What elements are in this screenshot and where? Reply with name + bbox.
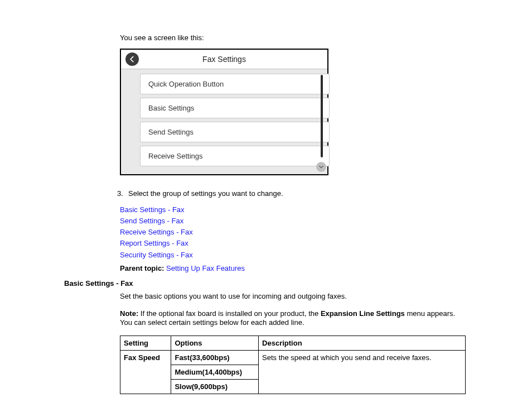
step-text: Select the group of settings you want to… bbox=[128, 189, 283, 198]
menu-item: Receive Settings bbox=[140, 146, 330, 166]
device-header: Fax Settings bbox=[121, 50, 327, 69]
th-options: Options bbox=[171, 336, 259, 351]
td-setting: Fax Speed bbox=[120, 351, 171, 394]
menu-item: Basic Settings bbox=[140, 98, 330, 118]
link-report-settings[interactable]: Report Settings - Fax bbox=[120, 238, 468, 249]
th-setting: Setting bbox=[120, 336, 171, 351]
td-description: Sets the speed at which you send and rec… bbox=[259, 351, 466, 394]
link-receive-settings[interactable]: Receive Settings - Fax bbox=[120, 227, 468, 238]
link-basic-settings[interactable]: Basic Settings - Fax bbox=[120, 204, 468, 215]
section-body: Set the basic options you want to use fo… bbox=[120, 292, 468, 301]
parent-topic: Parent topic: Setting Up Fax Features bbox=[120, 264, 468, 272]
note-label: Note: bbox=[120, 309, 138, 318]
topic-links: Basic Settings - Fax Send Settings - Fax… bbox=[120, 204, 468, 261]
device-screenshot: Fax Settings Quick Operation Button Basi… bbox=[120, 49, 328, 175]
option-fast: Fast(33,600bps) bbox=[175, 353, 229, 362]
note: Note: If the optional fax board is insta… bbox=[120, 309, 468, 328]
table-header-row: Setting Options Description bbox=[120, 336, 466, 351]
parent-topic-link[interactable]: Setting Up Fax Features bbox=[166, 264, 245, 272]
device-menu: Quick Operation Button Basic Settings Se… bbox=[121, 69, 327, 174]
parent-topic-label: Parent topic: bbox=[120, 264, 164, 272]
option-medium: Medium(14,400bps) bbox=[175, 368, 242, 376]
table-row: Fax Speed Fast(33,600bps) Sets the speed… bbox=[120, 351, 466, 365]
option-slow: Slow(9,600bps) bbox=[175, 382, 228, 391]
step-number: 3. bbox=[117, 189, 128, 198]
step-3: 3. Select the group of settings you want… bbox=[117, 189, 468, 198]
settings-table: Setting Options Description Fax Speed Fa… bbox=[120, 336, 466, 394]
setting-name: Fax Speed bbox=[124, 353, 160, 362]
scroll-down-icon bbox=[316, 162, 326, 172]
td-option: Medium(14,400bps) bbox=[171, 365, 259, 380]
section-heading: Basic Settings - Fax bbox=[64, 279, 468, 288]
link-send-settings[interactable]: Send Settings - Fax bbox=[120, 215, 468, 227]
link-security-settings[interactable]: Security Settings - Fax bbox=[120, 250, 468, 261]
intro-text: You see a screen like this: bbox=[120, 33, 468, 42]
td-option: Slow(9,600bps) bbox=[171, 380, 259, 394]
td-option: Fast(33,600bps) bbox=[171, 351, 259, 365]
scrollbar bbox=[321, 75, 323, 157]
menu-item: Quick Operation Button bbox=[140, 74, 330, 94]
note-text-before: If the optional fax board is installed o… bbox=[138, 309, 321, 318]
note-bold: Expansion Line Settings bbox=[321, 309, 405, 318]
menu-item: Send Settings bbox=[140, 122, 330, 142]
th-description: Description bbox=[259, 336, 466, 351]
device-title: Fax Settings bbox=[121, 55, 327, 64]
